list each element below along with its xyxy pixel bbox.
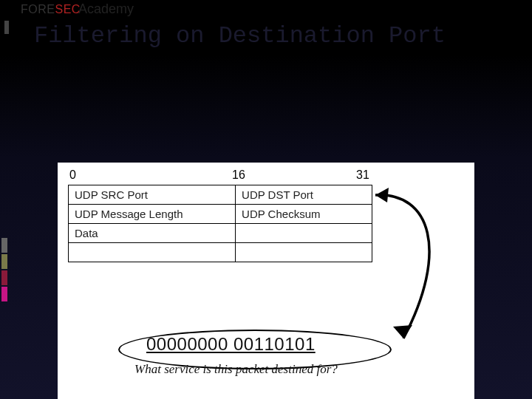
brand-fore: FORE: [21, 3, 55, 16]
table-row: UDP Message Length UDP Checksum: [69, 205, 372, 224]
table-row: Data: [69, 224, 372, 243]
cell-src-port: UDP SRC Port: [69, 185, 236, 205]
cell-empty: [69, 243, 236, 262]
cell-msg-len: UDP Message Length: [69, 205, 236, 224]
stripe: [1, 270, 7, 285]
cell-checksum: UDP Checksum: [236, 205, 372, 224]
cell-empty: [236, 224, 372, 243]
slide-body: 0 16 31 UDP SRC Port UDP DST Port UDP Me…: [0, 55, 532, 399]
brand-sec: SEC: [55, 3, 80, 16]
cell-data: Data: [69, 224, 236, 243]
cell-dst-port: UDP DST Port: [236, 185, 372, 205]
header: FORESEC Academy: [0, 3, 532, 21]
table-row: UDP SRC Port UDP DST Port: [69, 185, 372, 205]
scale-start: 0: [69, 168, 76, 182]
table-row: [69, 243, 372, 262]
title-bullet: [4, 21, 9, 34]
caption-text: What service is this packet destined for…: [134, 362, 338, 377]
scale-mid: 16: [232, 168, 245, 182]
svg-marker-0: [375, 188, 389, 202]
binary-value: 00000000 00110101: [146, 334, 316, 355]
udp-header-table: UDP SRC Port UDP DST Port UDP Message Le…: [68, 185, 372, 262]
svg-marker-1: [393, 325, 412, 338]
scale-end: 31: [356, 168, 369, 182]
stripe: [1, 287, 7, 301]
brand-logo: FORESEC: [21, 3, 81, 16]
accent-stripes: [1, 238, 7, 303]
stripe: [1, 238, 7, 253]
stripe: [1, 254, 7, 269]
slide-title: Filtering on Destination Port: [34, 22, 520, 50]
brand-academy: Academy: [78, 1, 134, 17]
diagram-panel: 0 16 31 UDP SRC Port UDP DST Port UDP Me…: [58, 163, 474, 399]
cell-empty: [236, 243, 372, 262]
